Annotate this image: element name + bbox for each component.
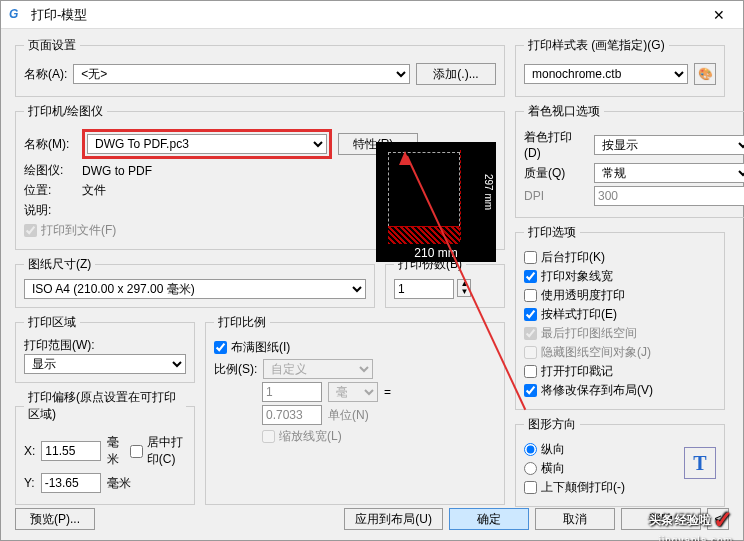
shaded-group: 着色视口选项 着色打印(D)按显示 质量(Q)常规 DPI <box>515 103 744 218</box>
stamp-check[interactable] <box>524 365 537 378</box>
center-label: 居中打印(C) <box>147 434 186 468</box>
bg-print-label: 后台打印(K) <box>541 249 605 266</box>
print-options-legend: 打印选项 <box>524 224 580 241</box>
portrait-radio[interactable] <box>524 443 537 456</box>
scale-ratio-label: 比例(S): <box>214 361 257 378</box>
preview-height: 297 mm <box>483 174 494 210</box>
plotter-label: 绘图仪: <box>24 162 76 179</box>
style-table-legend: 打印样式表 (画笔指定)(G) <box>524 37 669 54</box>
close-icon[interactable]: ✕ <box>703 3 735 27</box>
print-options-group: 打印选项 后台打印(K) 打印对象线宽 使用透明度打印 按样式打印(E) 最后打… <box>515 224 725 410</box>
desc-label: 说明: <box>24 202 76 219</box>
landscape-label: 横向 <box>541 460 565 477</box>
scale-legend: 打印比例 <box>214 314 270 331</box>
shaded-legend: 着色视口选项 <box>524 103 604 120</box>
hide-space-label: 隐藏图纸空间对象(J) <box>541 344 651 361</box>
offset-x-input[interactable] <box>41 441 101 461</box>
dpi-label: DPI <box>524 189 588 203</box>
print-to-file-label: 打印到文件(F) <box>41 222 116 239</box>
scale-ratio-select: 自定义 <box>263 359 373 379</box>
scale-equals: = <box>384 385 391 399</box>
center-check[interactable] <box>130 445 143 458</box>
upside-check[interactable] <box>524 481 537 494</box>
drawing-units-label: 单位(N) <box>328 407 369 424</box>
shade-print-select[interactable]: 按显示 <box>594 135 744 155</box>
fit-paper-check[interactable] <box>214 341 227 354</box>
copies-group: 打印份数(B) ▲▼ <box>385 256 505 308</box>
lineweight-label: 打印对象线宽 <box>541 268 613 285</box>
scale-unit-input <box>262 382 322 402</box>
fit-paper-label: 布满图纸(I) <box>231 339 290 356</box>
orientation-icon: T <box>684 447 716 479</box>
page-setup-legend: 页面设置 <box>24 37 80 54</box>
location-label: 位置: <box>24 182 76 199</box>
print-range-select[interactable]: 显示 <box>24 354 186 374</box>
lineweight-check[interactable] <box>524 270 537 283</box>
transparency-label: 使用透明度打印 <box>541 287 625 304</box>
paper-preview: 210 mm 297 mm <box>376 142 496 262</box>
dpi-input <box>594 186 744 206</box>
scale-unit-select: 毫米 <box>328 382 378 402</box>
style-edit-button[interactable]: 🎨 <box>694 63 716 85</box>
watermark-url: jingyanla.com <box>659 535 733 541</box>
style-edit-icon: 🎨 <box>698 67 713 81</box>
copies-spinner-icon[interactable]: ▲▼ <box>457 279 471 297</box>
style-table-select[interactable]: monochrome.ctb <box>524 64 688 84</box>
titlebar: G 打印-模型 ✕ <box>1 1 743 29</box>
transparency-check[interactable] <box>524 289 537 302</box>
copies-input[interactable] <box>394 279 454 299</box>
by-style-label: 按样式打印(E) <box>541 306 617 323</box>
offset-x-unit: 毫米 <box>107 434 124 468</box>
print-area-legend: 打印区域 <box>24 314 80 331</box>
orientation-legend: 图形方向 <box>524 416 580 433</box>
stamp-label: 打开打印戳记 <box>541 363 613 380</box>
paper-size-select[interactable]: ISO A4 (210.00 x 297.00 毫米) <box>24 279 366 299</box>
by-style-check[interactable] <box>524 308 537 321</box>
save-layout-check[interactable] <box>524 384 537 397</box>
page-setup-group: 页面设置 名称(A): <无> 添加(.)... <box>15 37 505 97</box>
bg-print-check[interactable] <box>524 251 537 264</box>
print-area-group: 打印区域 打印范围(W): 显示 <box>15 314 195 383</box>
printer-name-label: 名称(M): <box>24 136 76 153</box>
printer-highlight: DWG To PDF.pc3 <box>82 129 332 159</box>
apply-layout-button[interactable]: 应用到布局(U) <box>344 508 443 530</box>
shade-print-label: 着色打印(D) <box>524 129 588 160</box>
landscape-radio[interactable] <box>524 462 537 475</box>
offset-y-label: Y: <box>24 476 35 490</box>
page-name-select[interactable]: <无> <box>73 64 410 84</box>
app-logo-icon: G <box>9 7 25 23</box>
offset-group: 打印偏移(原点设置在可打印区域) X: 毫米 居中打印(C) Y: 毫米 <box>15 389 195 505</box>
orientation-group: 图形方向 纵向 横向 上下颠倒打印(-) T <box>515 416 725 507</box>
page-name-label: 名称(A): <box>24 66 67 83</box>
save-layout-label: 将修改保存到布局(V) <box>541 382 653 399</box>
paper-size-legend: 图纸尺寸(Z) <box>24 256 95 273</box>
offset-y-input[interactable] <box>41 473 101 493</box>
window-title: 打印-模型 <box>31 6 703 24</box>
hide-space-check <box>524 346 537 359</box>
offset-y-unit: 毫米 <box>107 475 131 492</box>
scale-lineweight-label: 缩放线宽(L) <box>279 428 342 445</box>
portrait-label: 纵向 <box>541 441 565 458</box>
add-button[interactable]: 添加(.)... <box>416 63 496 85</box>
ok-button[interactable]: 确定 <box>449 508 529 530</box>
quality-select[interactable]: 常规 <box>594 163 744 183</box>
drawing-units-input <box>262 405 322 425</box>
copies-legend: 打印份数(B) <box>394 256 466 273</box>
last-space-check <box>524 327 537 340</box>
scale-lineweight-check <box>262 430 275 443</box>
offset-x-label: X: <box>24 444 35 458</box>
printer-name-select[interactable]: DWG To PDF.pc3 <box>87 134 327 154</box>
cancel-button[interactable]: 取消 <box>535 508 615 530</box>
print-to-file-check <box>24 224 37 237</box>
offset-legend: 打印偏移(原点设置在可打印区域) <box>24 389 186 423</box>
style-table-group: 打印样式表 (画笔指定)(G) monochrome.ctb 🎨 <box>515 37 725 97</box>
print-range-label: 打印范围(W): <box>24 337 186 354</box>
scale-group: 打印比例 布满图纸(I) 比例(S): 自定义 毫米 = 单位(N) <box>205 314 505 505</box>
paper-size-group: 图纸尺寸(Z) ISO A4 (210.00 x 297.00 毫米) <box>15 256 375 308</box>
chevron-left-icon: < <box>714 512 721 526</box>
help-button[interactable]: 帮助 <box>621 508 701 530</box>
collapse-button[interactable]: < <box>707 508 729 530</box>
preview-button[interactable]: 预览(P)... <box>15 508 95 530</box>
quality-label: 质量(Q) <box>524 165 588 182</box>
plotter-value: DWG to PDF <box>82 164 152 178</box>
